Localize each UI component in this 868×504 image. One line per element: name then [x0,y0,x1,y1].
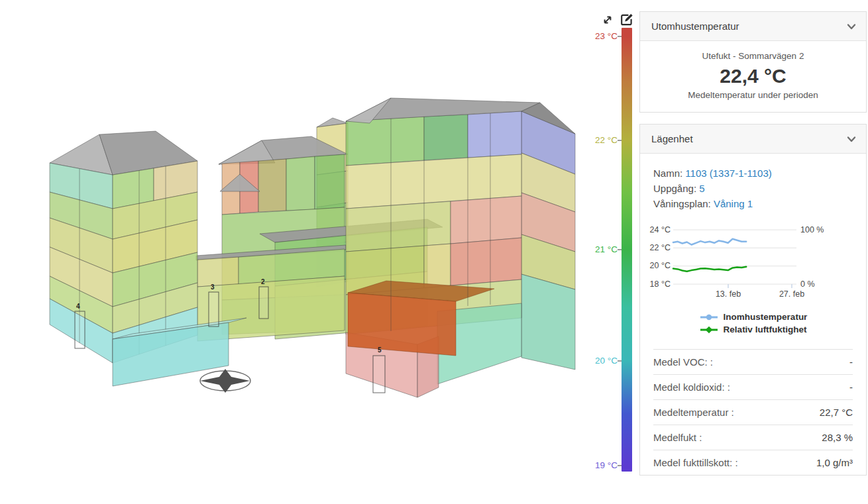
y-axis-tick: 22 °C [650,243,671,252]
y-axis-tick: 18 °C [650,279,671,289]
relative-humidity-line [673,267,746,272]
chevron-down-icon[interactable] [846,21,857,32]
colorbar-tick-label: 19 °C [580,460,618,472]
stat-row-mean-temperature: Medeltemperatur : 22,7 °C [653,399,853,425]
apartment-name-link[interactable]: 1103 (1337-1-1103) [685,168,771,179]
entrance-door-2[interactable] [259,287,268,319]
stat-label: Medelfukt : [653,432,702,443]
field-label: Uppgång: [653,183,696,194]
colorbar-tick-label: 20 °C [580,355,618,367]
y2-axis-tick: 100 % [800,225,824,234]
stat-label: Medeltemperatur : [653,407,734,418]
colorbar-gradient [622,28,632,472]
legend-label: Inomhustemperatur [724,311,808,323]
entrance-number: 3 [211,283,215,291]
apartment-history-chart: 24 °C 22 °C 20 °C 18 °C 100 % 0 % 13. fe… [640,215,866,303]
panel-outdoor-temperature: Utomhustemperatur Utefukt - Sommarvägen … [639,11,867,113]
panel-apartment: Lägenhet Namn: 1103 (1337-1-1103) Uppgån… [639,124,867,476]
building-3d-view[interactable]: 4 3 2 5 [0,0,596,504]
x-axis-tick: 27. feb [779,289,804,299]
indoor-temperature-line [673,239,746,245]
entrance-door-5[interactable] [373,356,385,393]
field-label: Våningsplan: [653,198,711,209]
app-window: 4 3 2 5 23 °C 22 °C 2 [0,0,868,504]
apartment-floor-link[interactable]: Våning 1 [714,198,753,209]
colorbar-tick-label: 21 °C [580,244,618,256]
apartment-name-row: Namn: 1103 (1337-1-1103) [653,166,853,181]
panel-title: Lägenhet [651,133,693,144]
stat-value: 28,3 % [822,432,853,443]
chevron-down-icon[interactable] [846,134,857,144]
field-label: Namn: [653,168,682,179]
y-axis-tick: 24 °C [650,225,671,234]
panel-outdoor-header[interactable]: Utomhustemperatur [640,12,866,41]
legend-indoor-temperature[interactable]: Inomhustemperatur [699,311,808,323]
stat-row-co2: Medel koldioxid: : - [653,374,853,399]
stat-value: - [849,381,853,393]
entrance-number: 2 [261,278,265,285]
stat-label: Medel fukttillskott: : [653,457,738,468]
outdoor-caption: Medeltemperatur under perioden [647,90,859,100]
stat-value: - [849,356,853,368]
outdoor-temperature-value: 22,4 °C [647,65,859,87]
stat-row-moisture-supplement: Medel fukttillskott: : 1,0 g/m³ [653,450,853,475]
legend-label: Relativ luftfuktighet [724,323,807,336]
entrance-door-3[interactable] [209,292,219,327]
apartment-stats: Medel VOC: : - Medel koldioxid: : - Mede… [640,349,866,475]
stat-value: 1,0 g/m³ [816,457,853,468]
apartment-entrance-row: Uppgång: 5 [653,181,853,196]
colorbar-tick-label: 23 °C [580,30,618,42]
chart-legend: Inomhustemperatur Relativ luftfuktighet [640,303,866,340]
x-axis-tick: 13. feb [716,289,741,299]
stat-label: Medel koldioxid: : [653,381,730,393]
panel-title: Utomhustemperatur [651,21,739,32]
stat-row-mean-humidity: Medelfukt : 28,3 % [653,425,853,450]
legend-relative-humidity[interactable]: Relativ luftfuktighet [699,323,808,336]
entrance-number: 4 [76,303,80,310]
y-axis-tick: 20 °C [650,261,671,270]
outdoor-sensor-label: Utefukt - Sommarvägen 2 [647,51,859,61]
stat-row-voc: Medel VOC: : - [653,349,853,374]
entrance-door-4[interactable] [75,311,85,348]
apartment-floor-row: Våningsplan: Våning 1 [653,196,853,211]
y2-axis-tick: 0 % [800,279,815,289]
sidebar: Utomhustemperatur Utefukt - Sommarvägen … [639,0,867,476]
compass-icon [200,369,250,393]
legend-line-circle-icon [699,313,719,321]
temperature-colorbar: 23 °C 22 °C 21 °C 20 °C 19 °C [579,0,636,504]
stat-label: Medel VOC: : [653,356,713,368]
colorbar-tick-label: 22 °C [580,134,618,146]
entrance-number: 5 [378,346,382,354]
panel-apartment-header[interactable]: Lägenhet [640,125,866,154]
stat-value: 22,7 °C [820,407,853,418]
legend-line-diamond-icon [699,326,719,334]
apartment-entrance-link[interactable]: 5 [699,183,704,194]
